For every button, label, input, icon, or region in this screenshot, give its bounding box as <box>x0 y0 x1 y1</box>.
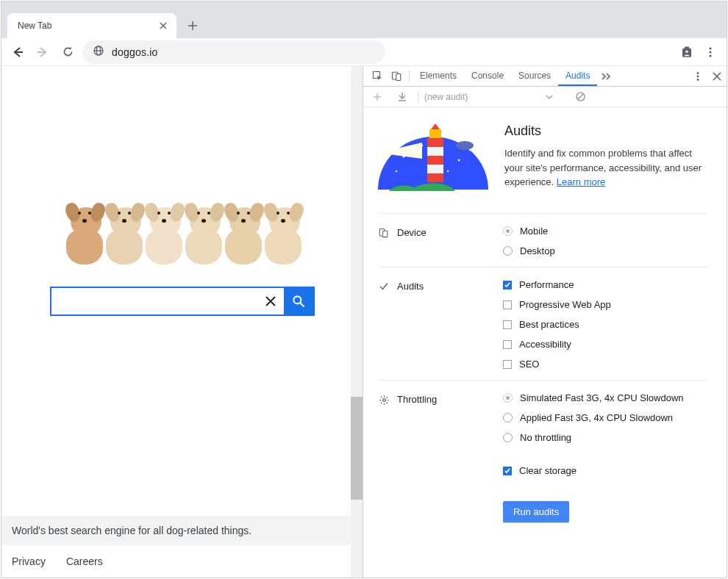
window-titlebar <box>1 1 727 10</box>
chrome-window: New Tab doggos.io <box>1 1 727 578</box>
svg-rect-25 <box>396 74 400 81</box>
inspect-icon <box>372 71 383 82</box>
devtools-tabbar: Elements Console Sources Audits <box>363 66 727 87</box>
close-tab-button[interactable] <box>157 20 169 32</box>
footer-careers-link[interactable]: Careers <box>66 555 103 567</box>
audit-accessibility[interactable]: Accessibility <box>503 339 707 350</box>
radio-icon <box>503 226 513 236</box>
section-device: Device Mobile Desktop <box>378 213 707 267</box>
device-option-mobile[interactable]: Mobile <box>503 226 707 237</box>
device-icon <box>378 227 390 239</box>
devtools-tab-audits[interactable]: Audits <box>558 66 597 86</box>
radio-icon <box>503 433 513 442</box>
svg-point-41 <box>447 170 449 172</box>
svg-point-14 <box>685 50 688 52</box>
audits-description: Identify and fix common problems that af… <box>504 146 707 190</box>
arrow-left-icon <box>11 46 24 59</box>
run-audits-button[interactable]: Run audits <box>503 501 569 522</box>
device-toggle-button[interactable] <box>387 66 406 86</box>
close-icon <box>713 72 721 81</box>
checkbox-icon <box>503 340 512 349</box>
device-option-desktop[interactable]: Desktop <box>503 245 707 256</box>
throttling-label: Throttling <box>397 394 437 405</box>
svg-point-17 <box>709 51 711 53</box>
svg-point-40 <box>396 170 397 172</box>
audit-selector[interactable]: (new audit) <box>424 92 468 102</box>
throttling-applied[interactable]: Applied Fast 3G, 4x CPU Slowdown <box>503 412 707 423</box>
close-icon <box>160 22 167 29</box>
clear-button[interactable] <box>571 91 590 102</box>
audit-performance[interactable]: Performance <box>503 279 707 290</box>
clear-storage-option[interactable]: Clear storage <box>503 465 707 476</box>
plus-icon <box>188 21 198 31</box>
svg-point-26 <box>697 72 699 74</box>
globe-icon <box>93 45 104 59</box>
reload-icon <box>62 46 74 58</box>
search-input[interactable] <box>51 288 257 314</box>
devtools-tab-sources[interactable]: Sources <box>511 66 558 86</box>
download-icon <box>397 92 407 102</box>
forward-button[interactable] <box>32 42 53 62</box>
new-tab-button[interactable] <box>182 15 203 36</box>
footer-privacy-link[interactable]: Privacy <box>12 555 46 567</box>
radio-icon <box>503 246 513 256</box>
throttling-none[interactable]: No throttling <box>503 432 707 443</box>
plus-icon <box>373 93 382 101</box>
audit-seo[interactable]: SEO <box>503 359 707 370</box>
svg-point-18 <box>709 54 711 57</box>
audit-pwa[interactable]: Progressive Web App <box>503 299 707 310</box>
account-button[interactable] <box>677 42 697 62</box>
arrow-right-icon <box>36 46 49 59</box>
download-report-button[interactable] <box>393 92 412 102</box>
url-text: doggos.io <box>112 46 158 58</box>
svg-line-22 <box>300 303 304 307</box>
svg-point-47 <box>456 141 474 150</box>
devtools-tab-elements[interactable]: Elements <box>413 66 464 86</box>
svg-point-16 <box>709 47 711 49</box>
audit-selector-label: (new audit) <box>424 92 468 102</box>
learn-more-link[interactable]: Learn more <box>557 176 605 187</box>
back-button[interactable] <box>7 42 28 62</box>
search-icon <box>291 294 306 309</box>
close-icon <box>265 295 276 307</box>
tagline: World's best search engine for all dog-r… <box>1 516 351 545</box>
no-icon <box>575 91 586 102</box>
checkbox-icon <box>503 281 512 290</box>
footer-links: Privacy Careers <box>1 545 363 578</box>
chevron-down-icon <box>546 95 553 99</box>
content-split: World's best search engine for all dog-r… <box>1 66 727 578</box>
kebab-icon <box>693 71 703 82</box>
reload-button[interactable] <box>57 42 78 62</box>
lighthouse-illustration <box>378 123 488 197</box>
kebab-icon <box>704 46 716 58</box>
page-scrollbar[interactable] <box>351 66 363 578</box>
search-form <box>50 287 315 316</box>
devtools-tab-console[interactable]: Console <box>464 66 511 86</box>
device-label: Device <box>397 227 427 238</box>
throttling-simulated[interactable]: Simulated Fast 3G, 4x CPU Slowdown <box>503 392 707 403</box>
clear-search-button[interactable] <box>257 288 284 314</box>
inspect-element-button[interactable] <box>368 66 387 86</box>
svg-rect-49 <box>383 231 388 237</box>
checkbox-icon <box>503 301 512 309</box>
webpage-viewport: World's best search engine for all dog-r… <box>1 66 363 578</box>
devtools-menu-button[interactable] <box>688 66 707 86</box>
audits-label: Audits <box>397 281 424 292</box>
radio-icon <box>503 393 513 403</box>
chrome-menu-button[interactable] <box>700 42 721 62</box>
svg-point-28 <box>697 79 699 81</box>
svg-point-38 <box>458 159 460 162</box>
devtools-more-tabs-button[interactable] <box>597 66 616 86</box>
devtools-panel: Elements Console Sources Audits <box>363 66 727 578</box>
browser-tab[interactable]: New Tab <box>7 13 176 38</box>
search-submit-button[interactable] <box>284 288 313 314</box>
svg-rect-43 <box>427 138 443 147</box>
svg-point-50 <box>382 398 385 401</box>
audit-best-practices[interactable]: Best practices <box>503 319 707 330</box>
scrollbar-thumb[interactable] <box>351 397 363 500</box>
audits-title: Audits <box>504 123 707 139</box>
devtools-close-button[interactable] <box>707 66 727 86</box>
radio-icon <box>503 413 513 422</box>
new-audit-button[interactable] <box>368 93 387 101</box>
address-bar[interactable]: doggos.io <box>82 40 385 64</box>
